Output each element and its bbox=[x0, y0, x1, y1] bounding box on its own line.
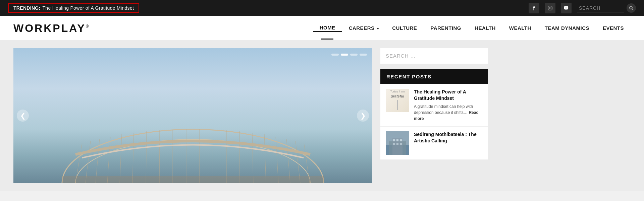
youtube-icon[interactable] bbox=[561, 3, 572, 13]
nav-item-careers[interactable]: CAREERS ▾ bbox=[342, 25, 386, 31]
search-submit-icon[interactable] bbox=[627, 3, 636, 13]
svg-line-12 bbox=[132, 133, 134, 183]
svg-line-4 bbox=[632, 9, 634, 10]
svg-line-23 bbox=[276, 137, 278, 183]
post-info-2: Sedireng Mothibatsela : The Artistic Cal… bbox=[414, 131, 482, 155]
trending-label: TRENDING: bbox=[13, 5, 40, 11]
slider-dot-3[interactable] bbox=[350, 54, 358, 56]
trending-box[interactable]: TRENDING:The Healing Power of A Gratitud… bbox=[8, 3, 139, 13]
hero-image bbox=[13, 48, 372, 183]
top-bar: TRENDING:The Healing Power of A Gratitud… bbox=[0, 0, 644, 16]
facebook-icon[interactable] bbox=[529, 3, 539, 13]
nav-item-wealth[interactable]: WEALTH bbox=[502, 25, 538, 31]
slider-next-button[interactable]: ❯ bbox=[357, 110, 369, 122]
svg-point-5 bbox=[62, 129, 324, 183]
nav-item-culture[interactable]: CULTURE bbox=[385, 25, 424, 31]
stadium-shape bbox=[55, 96, 330, 183]
slider-dot-1[interactable] bbox=[331, 54, 339, 56]
post-excerpt-1: A gratitude mindset can help with depres… bbox=[414, 104, 482, 122]
svg-rect-0 bbox=[548, 6, 552, 10]
slider-prev-button[interactable]: ❮ bbox=[17, 110, 29, 122]
post-title-2[interactable]: Sedireng Mothibatsela : The Artistic Cal… bbox=[414, 131, 482, 144]
svg-rect-32 bbox=[393, 139, 395, 141]
nav-item-team-dynamics[interactable]: TEAM DYNAMICS bbox=[538, 25, 596, 31]
nav-item-health[interactable]: HEALTH bbox=[468, 25, 502, 31]
slider-dot-4[interactable] bbox=[360, 54, 367, 56]
svg-point-2 bbox=[551, 7, 552, 7]
nav-item-events[interactable]: EVENTS bbox=[596, 25, 631, 31]
svg-rect-34 bbox=[400, 139, 402, 141]
post-title-1[interactable]: The Healing Power of A Gratitude Mindset bbox=[414, 89, 482, 102]
svg-rect-36 bbox=[396, 143, 398, 145]
post-thumb-2 bbox=[386, 131, 409, 155]
careers-dropdown-arrow: ▾ bbox=[376, 27, 379, 30]
svg-line-21 bbox=[252, 133, 253, 183]
svg-line-10 bbox=[107, 137, 110, 183]
main-content: ❮ ❯ RECENT POSTS Today I am grateful The… bbox=[0, 40, 644, 191]
site-logo[interactable]: WORKPLAY® bbox=[13, 22, 90, 35]
post-item-2: Sedireng Mothibatsela : The Artistic Cal… bbox=[380, 127, 488, 160]
hero-slider: ❮ ❯ bbox=[13, 48, 372, 183]
slider-dots bbox=[331, 54, 367, 56]
nav-links: HOME CAREERS ▾ CULTURE PARENTING HEALTH … bbox=[313, 25, 631, 32]
svg-rect-37 bbox=[400, 143, 402, 145]
search-bar-top[interactable] bbox=[577, 3, 636, 13]
svg-line-11 bbox=[120, 134, 122, 183]
post-info-1: The Healing Power of A Gratitude Mindset… bbox=[414, 89, 482, 122]
svg-rect-27 bbox=[62, 176, 324, 183]
svg-rect-35 bbox=[393, 143, 395, 145]
svg-line-13 bbox=[146, 131, 147, 183]
sidebar-search-box[interactable] bbox=[380, 48, 488, 64]
sidebar-search-input[interactable] bbox=[386, 53, 482, 59]
search-input-top[interactable] bbox=[577, 4, 624, 12]
svg-point-3 bbox=[630, 6, 632, 9]
sidebar: RECENT POSTS Today I am grateful The Hea… bbox=[380, 48, 488, 183]
nav-item-parenting[interactable]: PARENTING bbox=[424, 25, 468, 31]
nav-item-home[interactable]: HOME bbox=[313, 25, 342, 32]
slider-dot-2[interactable] bbox=[341, 54, 348, 56]
recent-posts-header: RECENT POSTS bbox=[380, 69, 488, 84]
trending-text: The Healing Power of A Gratitude Mindset bbox=[42, 5, 134, 11]
svg-line-20 bbox=[239, 131, 240, 183]
svg-line-14 bbox=[159, 130, 160, 183]
instagram-icon[interactable] bbox=[545, 3, 555, 13]
post-item-1: Today I am grateful The Healing Power of… bbox=[380, 84, 488, 127]
svg-line-22 bbox=[264, 134, 266, 183]
svg-rect-33 bbox=[396, 139, 398, 141]
nav-bar: WORKPLAY® HOME CAREERS ▾ CULTURE PARENTI… bbox=[0, 16, 644, 40]
svg-point-1 bbox=[549, 7, 551, 9]
post-thumb-1: Today I am grateful bbox=[386, 89, 409, 112]
top-bar-right bbox=[529, 3, 636, 13]
